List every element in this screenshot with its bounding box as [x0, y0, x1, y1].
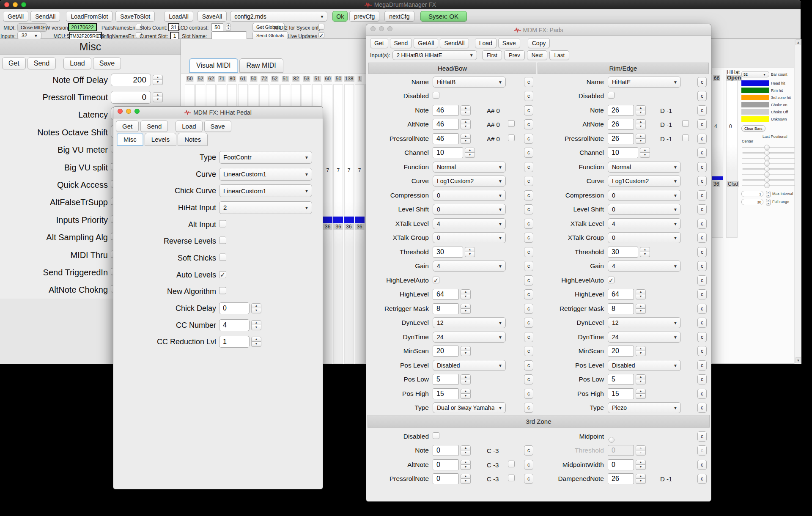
spin-up-icon[interactable]: ▲	[640, 247, 650, 252]
head-function-dropdown[interactable]: Normal▼	[433, 162, 506, 173]
copy-param-button[interactable]: c	[524, 219, 533, 229]
spin-down-icon[interactable]: ▼	[636, 450, 646, 456]
nextcfg-button[interactable]: nextCfg	[384, 11, 414, 22]
copy-param-button[interactable]: c	[697, 233, 707, 243]
head-compression-dropdown[interactable]: 0▼	[433, 190, 506, 201]
copy-param-button[interactable]: c	[524, 445, 533, 456]
scroll-down-icon[interactable]: ▼	[796, 357, 801, 363]
copy-param-button[interactable]: c	[524, 374, 533, 384]
pads-nav-prev-button[interactable]: Prev	[504, 50, 525, 60]
spinner-stepper[interactable]: ▲▼	[461, 289, 471, 300]
positional-slider[interactable]	[742, 145, 795, 150]
sendall-button[interactable]: SendAll	[30, 11, 60, 22]
slot-name-input[interactable]	[211, 31, 247, 40]
copy-param-button[interactable]: c	[524, 346, 533, 356]
tz-altnote-alt-checkbox[interactable]	[508, 461, 515, 467]
lcd-contrast-value[interactable]: 50	[211, 23, 223, 31]
spinner-stepper[interactable]: ▲▼	[461, 346, 471, 357]
spinner-stepper[interactable]: ▲▼	[461, 303, 471, 314]
spin-up-icon[interactable]: ▲	[461, 304, 471, 309]
vertical-scrollbar[interactable]: ▲ ▼	[795, 39, 801, 364]
spin-up-icon[interactable]: ▲	[153, 75, 163, 80]
head-dyntime-dropdown[interactable]: 24▼	[433, 332, 506, 343]
hihat-auto-levels-checkbox[interactable]: ✓	[219, 271, 226, 278]
spin-up-icon[interactable]: ▲	[636, 445, 646, 450]
misc-get-button[interactable]: Get	[2, 58, 26, 69]
spin-up-icon[interactable]: ▲	[461, 460, 471, 465]
slider-knob[interactable]	[764, 183, 770, 188]
copy-param-button[interactable]: c	[524, 332, 533, 342]
hihat-get-button[interactable]: Get	[116, 121, 139, 132]
spin-down-icon[interactable]: ▼	[153, 80, 163, 85]
rim-pressrollnote-alt-checkbox[interactable]	[682, 134, 689, 141]
positional-slider[interactable]	[742, 161, 795, 166]
inputs-dropdown[interactable]: 32▼	[17, 31, 41, 40]
spinner-value[interactable]: 46	[433, 133, 459, 144]
pads-nav-first-button[interactable]: First	[482, 50, 502, 60]
spin-up-icon[interactable]: ▲	[461, 105, 471, 110]
spin-down-icon[interactable]: ▼	[640, 252, 650, 257]
spin-down-icon[interactable]: ▼	[636, 394, 646, 399]
spinner-value[interactable]: 0	[608, 459, 634, 470]
spin-up-icon[interactable]: ▲	[636, 346, 646, 351]
copy-param-button[interactable]: c	[697, 474, 707, 484]
spinner-stepper[interactable]: ▲▼	[636, 388, 646, 399]
spinner-value[interactable]: 0	[433, 459, 459, 470]
spinner-stepper[interactable]: ▲▼	[636, 346, 646, 357]
spinner-value[interactable]: 4	[219, 319, 250, 331]
positional-slider[interactable]	[742, 183, 795, 188]
copy-param-button[interactable]: c	[524, 119, 533, 129]
spin-down-icon[interactable]: ▼	[461, 124, 471, 129]
spin-down-icon[interactable]: ▼	[636, 479, 646, 484]
rim-compression-dropdown[interactable]: 0▼	[608, 190, 681, 201]
hihat-new-algorithm-checkbox[interactable]	[219, 287, 226, 294]
copy-param-button[interactable]: c	[524, 474, 533, 484]
spinner-value[interactable]: 0	[111, 91, 151, 104]
spin-up-icon[interactable]: ▲	[465, 247, 475, 252]
copy-param-button[interactable]: c	[697, 403, 707, 413]
copy-param-button[interactable]: c	[697, 275, 707, 285]
spin-up-icon[interactable]: ▲	[636, 389, 646, 394]
spinner-value[interactable]: 0	[433, 445, 459, 456]
spinner-stepper[interactable]: ▲▼	[461, 473, 471, 484]
max-interval-value[interactable]: 1	[741, 191, 763, 197]
head-pos-level-dropdown[interactable]: Disabled▼	[433, 360, 506, 371]
spinner-stepper[interactable]: ▲▼	[461, 459, 471, 470]
rim-xtalk-level-dropdown[interactable]: 4▼	[608, 218, 681, 229]
copy-param-button[interactable]: c	[524, 204, 533, 214]
rim-level-shift-dropdown[interactable]: 0▼	[608, 204, 681, 215]
copy-param-button[interactable]: c	[524, 233, 533, 243]
scroll-up-icon[interactable]: ▲	[796, 39, 801, 45]
spinner-value[interactable]: 200	[111, 74, 151, 86]
head-pressrollnote-alt-checkbox[interactable]	[508, 134, 515, 141]
hihat-curve-dropdown[interactable]: LinearCustom1▼	[219, 168, 312, 181]
positional-slider[interactable]	[742, 177, 795, 182]
copy-param-button[interactable]: c	[524, 360, 533, 371]
copy-param-button[interactable]: c	[524, 275, 533, 285]
copy-param-button[interactable]: c	[697, 219, 707, 229]
getall-button[interactable]: GetAll	[3, 11, 28, 22]
spinner-stepper[interactable]: ▲▼	[251, 302, 261, 314]
spin-up-icon[interactable]: ▲	[461, 119, 471, 124]
head-name-dropdown[interactable]: HiHatB▼	[433, 77, 506, 88]
copy-param-button[interactable]: c	[697, 374, 707, 384]
spin-down-icon[interactable]: ▼	[461, 351, 471, 356]
spinner-stepper[interactable]: ▲▼	[636, 289, 646, 300]
rim-highlevelauto-checkbox[interactable]: ✓	[608, 277, 614, 283]
copy-param-button[interactable]: c	[697, 176, 707, 186]
spin-up-icon[interactable]: ▲	[640, 148, 650, 153]
spin-down-icon[interactable]: ▼	[461, 294, 471, 299]
spinner-stepper[interactable]: ▲▼	[465, 247, 475, 258]
copy-param-button[interactable]: c	[524, 460, 533, 470]
head-xtalk-level-dropdown[interactable]: 4▼	[433, 218, 506, 229]
spinner-value[interactable]: 10	[433, 147, 463, 158]
spin-down-icon[interactable]: ▼	[636, 294, 646, 299]
spin-up-icon[interactable]: ▲	[251, 337, 261, 342]
hihat-send-button[interactable]: Send	[140, 121, 168, 132]
savetoslot-button[interactable]: SaveToSlot	[115, 11, 155, 22]
spinner-value[interactable]: 26	[608, 133, 634, 144]
spinner-stepper[interactable]: ▲▼	[461, 445, 471, 456]
loadall-button[interactable]: LoadAll	[164, 11, 193, 22]
hihat-chick-curve-dropdown[interactable]: LinearCustom1▼	[219, 184, 312, 197]
spinner-value[interactable]: 5	[608, 374, 634, 385]
